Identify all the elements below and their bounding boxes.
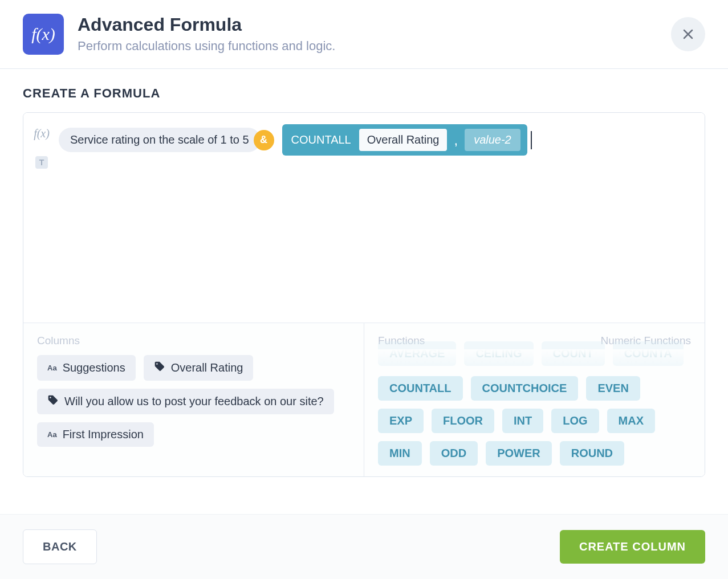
column-chip-label: Will you allow us to post your feedback … (64, 395, 324, 408)
function-comma: , (453, 133, 459, 147)
function-chip[interactable]: COUNTCHOICE (471, 376, 579, 401)
function-arg-1[interactable]: Overall Rating (359, 129, 448, 151)
function-chip[interactable]: INT (502, 409, 543, 433)
page-subtitle: Perform calculations using functions and… (78, 39, 335, 54)
tag-icon (47, 394, 59, 409)
function-chip[interactable]: ROUND (560, 441, 624, 466)
dialog-content: CREATE A FORMULA f(x) T Service rating o… (0, 69, 728, 477)
function-chip[interactable]: EVEN (586, 376, 640, 401)
close-icon (681, 27, 695, 41)
text-column-icon: Aa (47, 364, 57, 372)
function-chip[interactable]: COUNTALL (378, 376, 463, 401)
column-chip-label: Suggestions (63, 361, 125, 374)
fx-mode-icon[interactable]: f(x) (35, 127, 48, 140)
tag-icon (154, 361, 165, 375)
columns-list: AaSuggestionsOverall RatingWill you allo… (37, 355, 350, 447)
function-chip[interactable]: FLOOR (432, 409, 494, 433)
text-mode-icon[interactable]: T (35, 156, 48, 169)
function-chip[interactable]: CEILING (464, 341, 533, 366)
function-chip[interactable]: POWER (486, 441, 552, 466)
column-chip-label: First Impression (63, 428, 144, 441)
close-button[interactable] (671, 17, 705, 51)
text-column-icon: Aa (47, 430, 57, 439)
column-chip[interactable]: Will you allow us to post your feedback … (37, 389, 334, 414)
function-chip[interactable]: COUNT (542, 341, 605, 366)
editor-mode-icons: f(x) T (35, 122, 48, 169)
function-chip[interactable]: LOG (551, 409, 599, 433)
formula-box: f(x) T Service rating on the scale of 1 … (23, 112, 705, 477)
column-chip[interactable]: AaSuggestions (37, 355, 136, 381)
columns-pane: Columns AaSuggestionsOverall RatingWill … (23, 323, 364, 476)
column-chip-label: Overall Rating (171, 361, 243, 374)
dialog-header: f(x) Advanced Formula Perform calculatio… (0, 0, 728, 69)
header-text: Advanced Formula Perform calculations us… (78, 14, 335, 54)
dialog-footer: BACK CREATE COLUMN (0, 514, 728, 579)
functions-pane: Functions Numeric Functions AVERAGECEILI… (364, 323, 705, 476)
function-chip[interactable]: MAX (607, 409, 655, 433)
functions-list: COUNTALLCOUNTCHOICEEVENEXPFLOORINTLOGMAX… (378, 376, 691, 466)
function-name: COUNTALL (289, 132, 353, 148)
column-chip[interactable]: AaFirst Impression (37, 422, 154, 447)
columns-pane-title: Columns (37, 335, 80, 347)
picker-panes: Columns AaSuggestionsOverall RatingWill … (23, 323, 705, 476)
page-title: Advanced Formula (78, 14, 335, 35)
function-chip[interactable]: COUNTA (613, 341, 684, 366)
function-chip[interactable]: AVERAGE (378, 341, 456, 366)
text-token[interactable]: Service rating on the scale of 1 to 5 (59, 128, 261, 152)
column-chip[interactable]: Overall Rating (144, 355, 254, 381)
formula-content: Service rating on the scale of 1 to 5 & … (59, 122, 532, 156)
function-chip[interactable]: EXP (378, 409, 424, 433)
section-title: CREATE A FORMULA (23, 86, 705, 101)
functions-list-partial: AVERAGECEILINGCOUNTCOUNTA (378, 341, 691, 366)
text-cursor (531, 131, 532, 149)
function-token[interactable]: COUNTALL Overall Rating , value-2 (282, 124, 527, 156)
function-arg-placeholder[interactable]: value-2 (465, 129, 520, 151)
formula-editor[interactable]: f(x) T Service rating on the scale of 1 … (23, 113, 705, 323)
function-chip[interactable]: MIN (378, 441, 422, 466)
back-button[interactable]: BACK (23, 529, 97, 564)
fx-glyph: f(x) (31, 25, 55, 44)
concat-operator[interactable]: & (254, 130, 274, 150)
function-chip[interactable]: ODD (430, 441, 478, 466)
formula-icon: f(x) (23, 14, 64, 55)
create-column-button[interactable]: CREATE COLUMN (560, 530, 705, 564)
columns-pane-header: Columns (37, 335, 350, 347)
